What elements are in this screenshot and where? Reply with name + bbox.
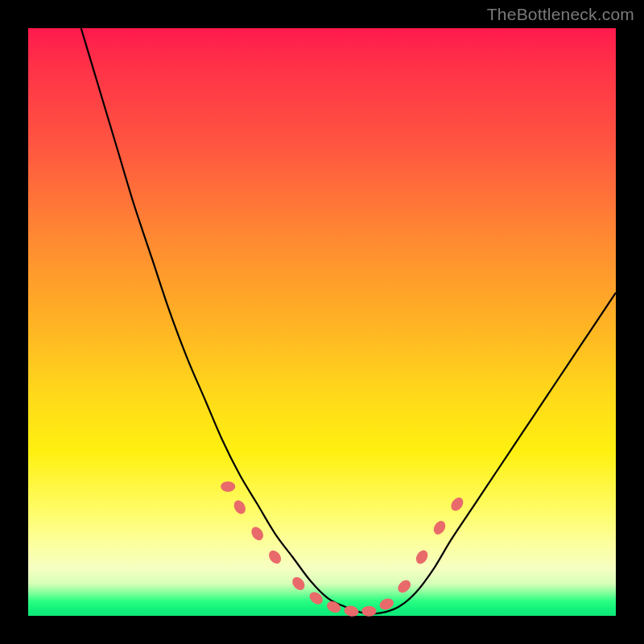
curve-marker — [266, 548, 283, 566]
curve-marker — [395, 578, 413, 596]
curve-marker — [361, 606, 376, 617]
chart-frame: TheBottleneck.com — [0, 0, 644, 644]
plot-area — [28, 28, 616, 616]
curve-marker — [308, 589, 325, 607]
curve-marker — [414, 548, 430, 566]
curve-marker — [431, 518, 448, 536]
bottleneck-curve — [81, 28, 616, 613]
curve-marker — [221, 481, 235, 492]
curve-marker — [232, 498, 248, 516]
curve-marker — [448, 495, 465, 513]
watermark-text: TheBottleneck.com — [487, 5, 634, 24]
curve-marker — [249, 525, 266, 543]
curve-markers — [221, 481, 465, 618]
curve-marker — [290, 575, 308, 592]
curve-layer — [28, 28, 616, 616]
